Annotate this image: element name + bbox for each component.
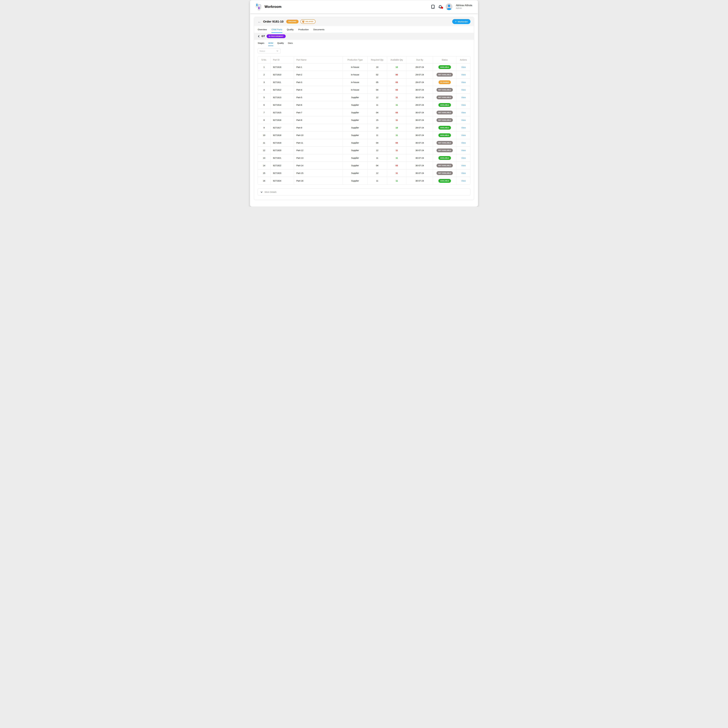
cell-available-qty: 11 [387, 169, 407, 177]
cell-part-name: Part-11 [294, 139, 343, 147]
cell-part-name: Part-12 [294, 147, 343, 154]
cell-part-id: 9271923 [271, 169, 294, 177]
view-link[interactable]: View [461, 172, 466, 174]
view-link[interactable]: View [461, 104, 466, 106]
table-row: 11 9271919 Part-11 Supplier 04 03 30-07-… [258, 139, 470, 147]
cell-available-qty: 11 [387, 177, 407, 185]
tab-quality[interactable]: Quality [287, 26, 294, 33]
column-header-required-qty: Required Qty [367, 57, 387, 63]
bom-table-body: 1 9271919 Part-1 In-house 10 10 28-07-24… [258, 63, 470, 185]
view-link[interactable]: View [461, 89, 466, 91]
cell-part-id: 9271911 [271, 78, 294, 86]
cell-status: NOT AVAILABLE [433, 116, 456, 124]
view-link[interactable]: View [461, 142, 466, 144]
view-link[interactable]: View [461, 164, 466, 167]
tab-overview[interactable]: Overview [258, 26, 267, 33]
cell-required-qty: 04 [367, 139, 387, 147]
cell-actions: View [456, 101, 470, 109]
cell-part-name: Part-14 [294, 162, 343, 169]
cell-production-type: Supplier [343, 116, 367, 124]
more-details-label: More Details [265, 191, 276, 193]
cell-available-qty: 11 [387, 101, 407, 109]
order-card: ← Order 9181-10 ONGOING DELAYED + Workor… [254, 17, 474, 200]
view-link[interactable]: View [461, 157, 466, 159]
tab-child-parts[interactable]: Child Parts [271, 26, 282, 33]
view-link[interactable]: View [461, 66, 466, 68]
status-filter-placeholder: Status [260, 50, 265, 52]
plus-icon: + [455, 20, 457, 23]
cell-available-qty: 00 [387, 71, 407, 78]
subtab-docs[interactable]: Docs [288, 40, 293, 46]
cell-due-by: 30-07-24 [407, 177, 433, 185]
view-link[interactable]: View [461, 73, 466, 76]
view-link[interactable]: View [461, 149, 466, 151]
table-row: 7 9271915 Part-7 Supplier 04 03 30-07-24… [258, 109, 470, 116]
cell-part-id: 9271924 [271, 177, 294, 185]
cell-part-id: 9271912 [271, 86, 294, 93]
cell-actions: View [456, 132, 470, 139]
cell-actions: View [456, 169, 470, 177]
cell-available-qty: 10 [387, 63, 407, 71]
cell-due-by: 30-07-24 [407, 169, 433, 177]
more-details-toggle[interactable]: More Details [258, 188, 470, 196]
avatar[interactable] [446, 3, 453, 10]
table-row: 2 9271910 Part-2 In-house 02 00 29-07-24… [258, 71, 470, 78]
column-header-status: Status [433, 57, 456, 63]
status-badge: NOT AVAILABLE [436, 171, 453, 175]
subtab-stages[interactable]: Stages [258, 40, 265, 46]
table-row: 3 9271911 Part-3 In-house 05 03 28-07-24… [258, 78, 470, 86]
chevron-down-icon [260, 191, 263, 193]
add-workorder-button[interactable]: + Workorder [452, 19, 470, 24]
table-row: 8 9271916 Part-8 Supplier 15 11 30-07-24… [258, 116, 470, 124]
cell-production-type: Supplier [343, 124, 367, 132]
cell-production-type: Supplier [343, 93, 367, 101]
order-title: Order 9181-10 [263, 20, 283, 23]
status-badge: NOT AVAILABLE [436, 111, 453, 115]
chevron-left-icon[interactable] [258, 35, 260, 38]
cell-part-id: 9271915 [271, 109, 294, 116]
table-row: 4 9271912 Part-4 In-house 04 03 30-07-24… [258, 86, 470, 93]
status-filter[interactable]: Status [258, 48, 281, 54]
order-header: ← Order 9181-10 ONGOING DELAYED + Workor… [254, 17, 474, 26]
view-link[interactable]: View [461, 81, 466, 83]
cell-required-qty: 11 [367, 177, 387, 185]
cell-status: AVAILABLE [433, 63, 456, 71]
logo-blue-chip [256, 3, 258, 7]
column-header-actions: Actions [456, 57, 470, 63]
cell-required-qty: 11 [367, 154, 387, 162]
cell-actions: View [456, 109, 470, 116]
cell-part-id: 9271922 [271, 162, 294, 169]
subtab-bom[interactable]: BOM [268, 40, 273, 46]
cell-available-qty: 03 [387, 78, 407, 86]
view-link[interactable]: View [461, 134, 466, 136]
procurement-badge: IN PROCUREMENT [266, 34, 286, 38]
table-row: 15 9271923 Part-15 Supplier 12 11 30-07-… [258, 169, 470, 177]
cell-required-qty: 04 [367, 109, 387, 116]
cell-actions: View [456, 86, 470, 93]
cell-required-qty: 05 [367, 78, 387, 86]
view-link[interactable]: View [461, 180, 466, 182]
cell-required-qty: 11 [367, 132, 387, 139]
bom-section: StagesBOMQualityDocs Status S.No [254, 40, 474, 196]
tab-documents[interactable]: Documents [313, 26, 324, 33]
cell-due-by: 28-07-24 [407, 124, 433, 132]
tab-production[interactable]: Production [298, 26, 309, 33]
view-link[interactable]: View [461, 119, 466, 121]
cell-available-qty: 03 [387, 86, 407, 93]
subtab-quality[interactable]: Quality [277, 40, 284, 46]
mobile-icon[interactable] [431, 5, 435, 9]
user-info: Abhinav Atthota Admin [456, 4, 472, 9]
column-header-s-no-: S.No. [258, 57, 271, 63]
cell-part-name: Part-13 [294, 154, 343, 162]
cell-status: AVAILABLE [433, 154, 456, 162]
view-link[interactable]: View [461, 112, 466, 114]
cell-sno: 15 [258, 169, 271, 177]
view-link[interactable]: View [461, 96, 466, 99]
view-link[interactable]: View [461, 127, 466, 129]
cell-production-type: Supplier [343, 109, 367, 116]
cell-available-qty: 03 [387, 139, 407, 147]
bell-icon[interactable] [438, 5, 442, 9]
column-header-part-id: Part ID [271, 57, 294, 63]
back-arrow-icon[interactable]: ← [258, 20, 261, 23]
cell-sno: 14 [258, 162, 271, 169]
